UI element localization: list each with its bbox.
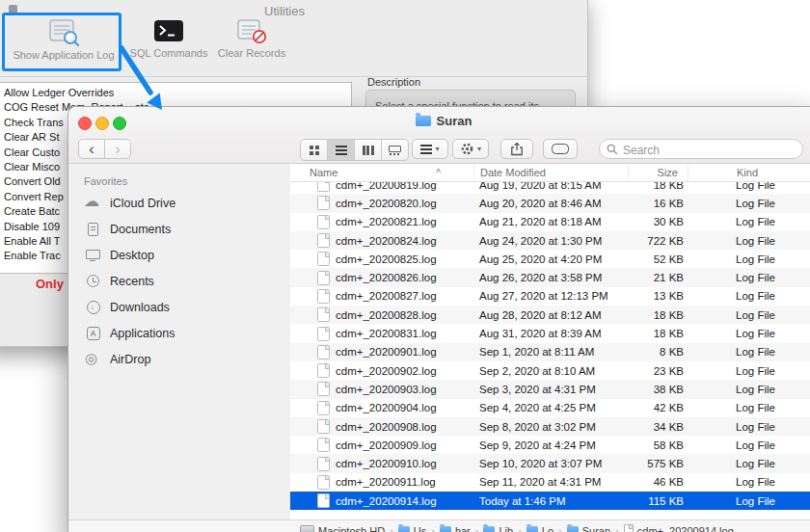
file-name: cdm+_20200824.log <box>336 235 437 247</box>
file-size: 34 KB <box>628 421 688 433</box>
file-name-cell: cdm+_20200827.log <box>290 289 473 304</box>
file-name-cell: cdm+_20200901.log <box>290 345 473 359</box>
sidebar-item[interactable]: Applications <box>68 320 290 346</box>
document-icon <box>317 457 330 471</box>
file-name: cdm+_20200825.log <box>336 253 437 265</box>
show-application-log-button[interactable]: Show Application Log <box>7 18 121 61</box>
path-bar: Macintosh HD Us har Lib <box>68 519 810 532</box>
sidebar-item[interactable]: Recents <box>68 268 290 294</box>
path-bar-item[interactable]: Macintosh HD <box>300 525 398 532</box>
share-icon <box>510 142 524 156</box>
file-name-cell: cdm+_20200820.log <box>290 196 473 210</box>
path-bar-item[interactable]: Lib <box>483 525 526 532</box>
search-input[interactable] <box>621 141 798 159</box>
gallery-view-icon <box>389 146 401 155</box>
table-row[interactable]: cdm+_20200819.log Aug 19, 2020 at 8:15 A… <box>290 182 810 194</box>
minimize-button[interactable] <box>95 117 109 130</box>
zoom-button[interactable] <box>113 117 126 130</box>
file-date: Today at 1:46 PM <box>473 495 628 507</box>
path-item-icon <box>300 525 314 532</box>
table-row[interactable]: cdm+_20200826.log Aug 26, 2020 at 3:58 P… <box>290 268 810 286</box>
file-name: cdm+_20200910.log <box>336 458 437 469</box>
path-item-icon <box>440 526 451 532</box>
table-row[interactable]: cdm+_20200828.log Aug 28, 2020 at 8:12 A… <box>290 306 810 324</box>
table-row[interactable]: cdm+_20200910.log Sep 10, 2020 at 3:07 P… <box>290 454 810 472</box>
file-name: cdm+_20200914.log <box>336 495 437 507</box>
table-row[interactable]: cdm+_20200827.log Aug 27, 2020 at 12:13 … <box>290 287 810 306</box>
list-view-button[interactable] <box>328 140 355 160</box>
document-icon <box>317 182 330 192</box>
grid-view-icon <box>310 146 319 155</box>
show-application-log-label: Show Application Log <box>13 49 114 61</box>
file-date: Sep 2, 2020 at 8:10 AM <box>473 365 628 377</box>
terminal-icon <box>152 18 185 45</box>
table-row[interactable]: cdm+_20200902.log Sep 2, 2020 at 8:10 AM… <box>290 361 810 380</box>
table-row[interactable]: cdm+_20200825.log Aug 25, 2020 at 4:20 P… <box>290 250 810 268</box>
file-name: cdm+_20200820.log <box>336 198 437 209</box>
sidebar-item-icon <box>84 300 101 315</box>
file-size: 23 KB <box>628 365 688 377</box>
chevron-down-icon <box>477 145 481 153</box>
table-row[interactable]: cdm+_20200901.log Sep 1, 2020 at 8:11 AM… <box>290 343 810 361</box>
forward-button[interactable] <box>104 139 131 159</box>
sidebar-item[interactable]: AirDrop <box>68 346 290 372</box>
column-header-kind[interactable]: Kind <box>688 164 810 181</box>
sidebar-item[interactable]: Downloads <box>68 294 290 320</box>
path-bar-item[interactable]: cdm+_20200914.log <box>624 524 734 532</box>
file-kind: Log File <box>688 235 810 247</box>
column-header-date-modified[interactable]: Date Modified <box>473 164 628 181</box>
table-row[interactable]: cdm+_20200903.log Sep 3, 2020 at 4:31 PM… <box>290 380 810 398</box>
file-size: 8 KB <box>628 346 688 358</box>
clear-records-button[interactable]: Clear Records <box>213 18 290 59</box>
gallery-view-button[interactable] <box>382 140 408 160</box>
path-bar-item[interactable]: Us <box>398 525 440 532</box>
table-row[interactable]: cdm+_20200904.log Sep 4, 2020 at 4:25 PM… <box>290 399 810 417</box>
column-header-size[interactable]: Size <box>628 164 688 181</box>
document-icon <box>317 233 330 248</box>
file-size: 52 KB <box>628 253 688 265</box>
chevron-right-icon <box>115 143 120 156</box>
path-item-label: Lib <box>499 525 513 532</box>
file-name: cdm+_20200819.log <box>336 182 437 191</box>
sidebar-item[interactable]: Documents <box>68 216 290 242</box>
table-row[interactable]: cdm+_20200908.log Sep 8, 2020 at 3:02 PM… <box>290 417 810 436</box>
file-name-cell: cdm+_20200824.log <box>290 233 473 248</box>
file-kind: Log File <box>688 458 810 469</box>
path-bar-item[interactable]: Suran <box>567 525 624 532</box>
table-row[interactable]: cdm+_20200820.log Aug 20, 2020 at 8:46 A… <box>290 194 810 212</box>
file-name-cell: cdm+_20200902.log <box>290 363 473 378</box>
file-date: Sep 8, 2020 at 3:02 PM <box>473 421 628 433</box>
icon-view-button[interactable] <box>301 140 328 160</box>
sql-commands-button[interactable]: SQL Commands <box>126 18 211 59</box>
sidebar-item[interactable]: Desktop <box>68 242 290 268</box>
table-row[interactable]: cdm+_20200914.log Today at 1:46 PM 115 K… <box>290 492 810 510</box>
file-list: cdm+_20200819.log Aug 19, 2020 at 8:15 A… <box>290 182 810 519</box>
column-view-button[interactable] <box>355 140 382 160</box>
column-header-name[interactable]: Name <box>290 164 473 181</box>
path-bar-item[interactable]: Lo <box>526 525 567 532</box>
close-button[interactable] <box>78 117 92 130</box>
column-view-icon <box>363 146 374 155</box>
file-date: Aug 25, 2020 at 4:20 PM <box>473 253 628 265</box>
group-button[interactable] <box>412 139 448 159</box>
sidebar-section-label: Favorites <box>84 175 127 187</box>
table-row[interactable]: cdm+_20200824.log Aug 24, 2020 at 1:30 P… <box>290 231 810 250</box>
table-row[interactable]: cdm+_20200911.log Sep 11, 2020 at 4:31 P… <box>290 473 810 492</box>
action-menu-button[interactable] <box>452 139 489 159</box>
table-row[interactable]: cdm+_20200821.log Aug 21, 2020 at 8:18 A… <box>290 213 810 231</box>
function-list-item[interactable]: Allow Ledger Overrides <box>0 86 351 100</box>
table-row[interactable]: cdm+_20200831.log Aug 31, 2020 at 8:39 A… <box>290 324 810 342</box>
sidebar-item[interactable]: iCloud Drive <box>68 190 290 216</box>
clear-records-label: Clear Records <box>218 47 285 59</box>
file-date: Sep 9, 2020 at 4:24 PM <box>473 439 628 451</box>
document-icon <box>317 401 330 415</box>
table-row[interactable]: cdm+_20200909.log Sep 9, 2020 at 4:24 PM… <box>290 436 810 454</box>
back-button[interactable] <box>78 139 105 159</box>
file-name: cdm+_20200908.log <box>336 421 437 433</box>
sidebar-item-icon <box>84 326 101 341</box>
tags-button[interactable] <box>543 139 578 159</box>
path-bar-item[interactable]: har <box>440 525 484 532</box>
share-button[interactable] <box>500 139 533 159</box>
file-date: Aug 27, 2020 at 12:13 PM <box>473 290 628 302</box>
file-size: 42 KB <box>628 402 688 413</box>
